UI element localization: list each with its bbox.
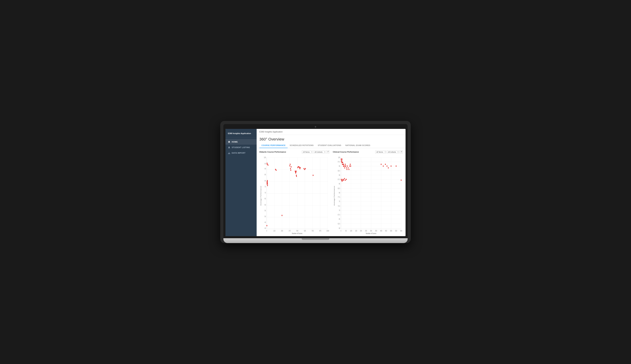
sidebar-item-student-listing[interactable]: STUDENT LISTING bbox=[225, 145, 257, 150]
svg-point-58 bbox=[290, 168, 291, 169]
sidebar-nav: HOME STUDENT LISTING bbox=[225, 138, 257, 157]
clinical-terms-wrapper: All Terms bbox=[375, 150, 386, 154]
svg-point-155 bbox=[346, 166, 346, 166]
tab-student-evaluations[interactable]: STUDENT EVALUATIONS bbox=[316, 143, 343, 148]
clinical-chart-svg: Average Performance bbox=[333, 155, 403, 234]
svg-text:375: 375 bbox=[289, 230, 291, 232]
svg-point-53 bbox=[267, 164, 268, 166]
didactic-cohorts-select[interactable]: All Cohorts bbox=[313, 150, 326, 154]
svg-text:77.5: 77.5 bbox=[338, 196, 340, 198]
clinical-cohorts-select[interactable]: All Cohorts bbox=[387, 150, 399, 154]
svg-point-75 bbox=[304, 169, 305, 170]
tabs-bar: COURSE PERFORMANCE SCHEDULED ROTATIONS S… bbox=[257, 143, 406, 148]
svg-text:60: 60 bbox=[265, 204, 266, 206]
svg-text:200: 200 bbox=[360, 230, 362, 232]
svg-text:80: 80 bbox=[265, 180, 266, 182]
clinical-chart-container: Average Performance bbox=[333, 155, 403, 234]
clinical-reset-button[interactable]: ↺ bbox=[400, 150, 403, 154]
svg-point-78 bbox=[281, 215, 282, 216]
svg-text:400: 400 bbox=[380, 230, 382, 232]
svg-point-76 bbox=[305, 168, 306, 169]
svg-text:72.5: 72.5 bbox=[338, 205, 340, 207]
svg-text:100: 100 bbox=[350, 230, 352, 232]
svg-point-171 bbox=[401, 180, 402, 181]
camera-dot bbox=[315, 126, 316, 128]
didactic-chart-header: Didactic Course Performance All Terms bbox=[259, 150, 329, 154]
import-icon bbox=[228, 152, 230, 154]
didactic-terms-select[interactable]: All Terms bbox=[302, 150, 313, 154]
svg-point-154 bbox=[345, 164, 346, 165]
svg-text:550: 550 bbox=[395, 230, 397, 232]
svg-point-49 bbox=[267, 184, 268, 184]
svg-text:150: 150 bbox=[355, 230, 357, 232]
svg-text:100: 100 bbox=[338, 156, 340, 159]
didactic-chart-svg: Average Performance bbox=[259, 155, 329, 234]
svg-point-166 bbox=[385, 164, 386, 165]
svg-point-170 bbox=[396, 166, 397, 166]
home-icon bbox=[228, 141, 230, 143]
clinical-terms-select[interactable]: All Terms bbox=[375, 150, 386, 154]
svg-point-77 bbox=[313, 175, 313, 176]
svg-text:62.5: 62.5 bbox=[338, 223, 340, 225]
sidebar-label-home: HOME bbox=[232, 141, 238, 143]
screen: E360 Insights Application HOME bbox=[225, 129, 406, 236]
svg-point-54 bbox=[275, 169, 276, 170]
svg-text:60: 60 bbox=[339, 227, 340, 230]
svg-text:80: 80 bbox=[339, 192, 340, 194]
svg-text:87.5: 87.5 bbox=[338, 178, 340, 180]
svg-text:50: 50 bbox=[265, 216, 266, 218]
svg-text:500: 500 bbox=[296, 230, 298, 232]
student-icon bbox=[228, 146, 230, 148]
svg-point-147 bbox=[342, 162, 343, 163]
tab-scheduled-rotations[interactable]: SCHEDULED ROTATIONS bbox=[288, 143, 316, 148]
tab-course-performance[interactable]: COURSE PERFORMANCE bbox=[259, 143, 288, 148]
clinical-cohorts-wrapper: All Cohorts bbox=[387, 150, 399, 154]
svg-text:Number of Scores: Number of Scores bbox=[366, 232, 377, 234]
svg-text:300: 300 bbox=[370, 230, 372, 232]
svg-text:0: 0 bbox=[266, 230, 267, 232]
svg-point-55 bbox=[276, 170, 276, 171]
sidebar-item-data-import[interactable]: DATA IMPORT bbox=[225, 150, 257, 156]
svg-point-162 bbox=[350, 164, 351, 165]
charts-area: Didactic Course Performance All Terms bbox=[257, 148, 406, 236]
svg-text:875: 875 bbox=[319, 230, 322, 232]
svg-point-160 bbox=[349, 169, 350, 170]
didactic-terms-wrapper: All Terms bbox=[302, 150, 313, 154]
svg-point-165 bbox=[383, 166, 384, 166]
svg-text:65: 65 bbox=[265, 198, 266, 200]
sidebar-item-home[interactable]: HOME bbox=[225, 139, 257, 145]
svg-point-70 bbox=[298, 166, 299, 168]
svg-text:67.5: 67.5 bbox=[338, 214, 340, 216]
svg-text:85: 85 bbox=[265, 174, 266, 176]
svg-point-169 bbox=[391, 166, 392, 166]
svg-point-74 bbox=[303, 168, 304, 169]
svg-point-163 bbox=[350, 166, 351, 166]
page-title: 360° Overview bbox=[257, 135, 406, 143]
svg-text:600: 600 bbox=[400, 230, 402, 232]
svg-point-56 bbox=[289, 165, 290, 166]
svg-point-173 bbox=[341, 180, 342, 181]
svg-point-151 bbox=[344, 166, 345, 166]
didactic-chart-title: Didactic Course Performance bbox=[259, 151, 286, 153]
svg-text:Average Performance: Average Performance bbox=[260, 186, 261, 206]
svg-point-52 bbox=[267, 164, 268, 165]
svg-point-57 bbox=[290, 164, 290, 165]
svg-point-164 bbox=[381, 164, 382, 165]
svg-point-177 bbox=[343, 180, 344, 181]
didactic-reset-button[interactable]: ↺ bbox=[326, 150, 329, 154]
svg-point-59 bbox=[290, 170, 291, 171]
svg-point-47 bbox=[267, 180, 268, 181]
svg-point-178 bbox=[344, 178, 345, 179]
svg-text:75: 75 bbox=[265, 186, 266, 188]
svg-text:95: 95 bbox=[339, 165, 340, 167]
svg-text:Average Performance: Average Performance bbox=[334, 186, 335, 206]
svg-point-158 bbox=[347, 166, 348, 166]
svg-point-168 bbox=[388, 167, 389, 168]
svg-text:625: 625 bbox=[304, 230, 306, 232]
app-layout: E360 Insights Application HOME bbox=[225, 129, 406, 236]
svg-text:82.5: 82.5 bbox=[338, 187, 340, 190]
screen-bezel: E360 Insights Application HOME bbox=[223, 124, 408, 238]
tab-national-exam-scores[interactable]: NATIONAL EXAM SCORES bbox=[343, 143, 373, 148]
svg-text:70: 70 bbox=[339, 209, 340, 212]
svg-point-180 bbox=[346, 179, 347, 180]
